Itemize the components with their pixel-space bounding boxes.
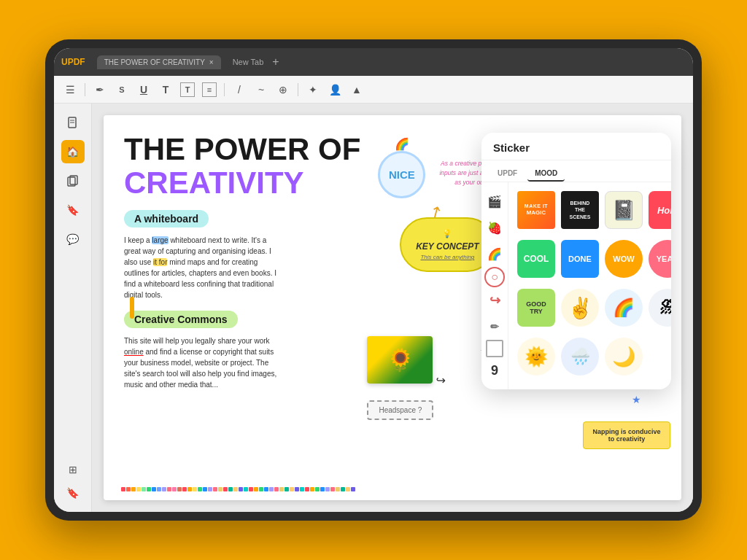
left-sticker-strawberry[interactable]: 🍓 xyxy=(481,214,508,241)
toolbar-curve-icon[interactable]: ~ xyxy=(254,82,268,97)
toolbar-pen-icon[interactable]: ✒ xyxy=(93,82,107,97)
dot-green5 xyxy=(315,487,320,491)
highlight-large: large xyxy=(152,236,168,244)
dot-orange2 xyxy=(187,487,192,491)
sun-sticker[interactable]: 🌞 xyxy=(517,338,555,376)
tablet-frame: UPDF THE POWER OF CREATIVITY × New Tab +… xyxy=(45,39,702,521)
dot-purple xyxy=(162,487,166,491)
dot-orange3 xyxy=(254,487,258,491)
dot-pink2 xyxy=(172,487,177,491)
tab-mood[interactable]: MOOD xyxy=(527,166,565,182)
notepad-sticker[interactable]: 📓 xyxy=(605,191,643,229)
toolbar-strikethrough-icon[interactable]: S xyxy=(115,82,129,97)
sticker-main-grid: MAKE IT MAGIC BEHIND THE SCENES xyxy=(508,182,671,389)
dot-green4 xyxy=(259,487,263,491)
toolbar-more-icon[interactable]: ▲ xyxy=(349,82,364,97)
doc-area[interactable]: THE POWER OF CREATIVITY A whiteboard I k… xyxy=(92,104,693,512)
toolbar-divider-1 xyxy=(85,83,85,96)
toolbar-textbox-icon[interactable]: ≡ xyxy=(202,82,217,97)
dot-peach xyxy=(233,487,238,491)
tab-close-icon[interactable]: × xyxy=(209,58,214,66)
toolbar-user-icon[interactable]: 👤 xyxy=(328,82,342,97)
tab-title: THE POWER OF CREATIVITY xyxy=(104,58,205,66)
dot-purple3 xyxy=(269,487,274,491)
rainbow-sticker[interactable]: 🌈 xyxy=(605,289,643,327)
sidebar-icon-home[interactable]: 🏠 xyxy=(61,140,85,163)
sidebar-icon-bookmark[interactable]: 🔖 xyxy=(61,198,85,222)
toolbar-text2-icon[interactable]: T xyxy=(180,82,195,97)
dot-violet2 xyxy=(295,487,299,491)
sidebar-icon-document[interactable] xyxy=(61,111,85,134)
active-tab[interactable]: THE POWER OF CREATIVITY × xyxy=(97,55,221,69)
toolbar-text-icon[interactable]: T xyxy=(158,82,173,97)
toolbar-line-icon[interactable]: / xyxy=(232,82,247,97)
dot-red3 xyxy=(223,487,228,491)
dot-cyan xyxy=(244,487,248,491)
dot-teal xyxy=(228,487,233,491)
sidebar-icon-layers[interactable]: ⊞ xyxy=(61,458,85,481)
magic-sticker[interactable]: MAKE IT MAGIC xyxy=(517,191,555,229)
section2-text: This site will help you legally share yo… xyxy=(124,335,285,390)
rain-sticker[interactable]: 🌧️ xyxy=(561,338,599,376)
dot-teal2 xyxy=(285,487,289,491)
nice-sticker-area: 🌈 NICE xyxy=(378,137,425,198)
dot-cyan2 xyxy=(300,487,304,491)
done-sticker[interactable]: DONE xyxy=(561,240,599,278)
dot-blue xyxy=(152,487,156,491)
dot-pink4 xyxy=(274,487,279,491)
curly-arrow: ↩ xyxy=(436,373,446,387)
nice-sticker: NICE xyxy=(378,151,425,198)
dot-red5 xyxy=(305,487,309,491)
dot-green3 xyxy=(198,487,202,491)
dot-green xyxy=(142,487,146,491)
toolbar-shape-icon[interactable]: ⊕ xyxy=(276,82,290,97)
sidebar-icon-pages[interactable] xyxy=(61,169,85,192)
sunflower-image: 🌻 xyxy=(367,336,433,384)
dot-orange4 xyxy=(310,487,314,491)
toolbar-sticker-icon[interactable]: ✦ xyxy=(306,82,320,97)
hand-sticker[interactable]: ✌️ xyxy=(561,289,599,327)
toolbar-menu-icon[interactable]: ☰ xyxy=(63,82,77,97)
left-sticker-bubble[interactable]: ○ xyxy=(484,267,505,287)
dot-yellow xyxy=(136,487,141,491)
dot-red xyxy=(121,487,125,491)
left-sticker-arrow[interactable]: ↪ xyxy=(481,287,508,314)
toolbar-divider-2 xyxy=(224,83,225,96)
yeah-sticker[interactable]: YEAH xyxy=(649,240,671,278)
dot-yellow2 xyxy=(193,487,197,491)
tab-updf[interactable]: UPDF xyxy=(490,166,525,182)
dot-pink3 xyxy=(213,487,217,491)
key-concept-cloud: 💡 KEY CONCEPT This can be anything xyxy=(400,217,495,272)
sticker-panel[interactable]: Sticker UPDF MOOD 🎬 🍓 🌈 ○ ↪ xyxy=(481,133,671,389)
behind-scenes-sticker[interactable]: BEHIND THE SCENES xyxy=(561,191,599,229)
cool-sticker[interactable]: COOL xyxy=(517,240,555,278)
thunder-sticker[interactable]: ⛈ xyxy=(649,289,671,327)
left-sticker-rainbow[interactable]: 🌈 xyxy=(481,241,508,267)
underline-online: online xyxy=(124,348,144,356)
dot-gold xyxy=(218,487,222,491)
hola-sticker[interactable]: Hola xyxy=(649,191,671,229)
sidebar-icon-comment[interactable]: 💬 xyxy=(61,228,85,251)
moon-sticker[interactable]: 🌙 xyxy=(605,338,643,376)
toolbar-divider-3 xyxy=(298,83,298,96)
section2-badge: Creative Commons xyxy=(124,311,238,328)
section1-text: I keep a large whiteboard next to write.… xyxy=(124,235,285,300)
dot-teal3 xyxy=(341,487,345,491)
left-sticker-pencil[interactable]: ✏ xyxy=(481,314,508,340)
toolbar-underline-icon[interactable]: U xyxy=(136,82,151,97)
dots-bar xyxy=(104,487,681,494)
goodtry-sticker[interactable]: GOODTRY xyxy=(517,289,555,327)
left-sticker-nine[interactable]: 9 xyxy=(481,357,508,384)
dot-red4 xyxy=(249,487,253,491)
left-sticker-film[interactable]: 🎬 xyxy=(481,188,508,214)
sidebar-icon-bookmark2[interactable]: 🔖 xyxy=(61,481,85,505)
updf-logo: UPDF xyxy=(61,57,85,67)
wow-sticker[interactable]: WOW xyxy=(605,240,643,278)
star-decoration: ★ xyxy=(632,394,641,405)
dot-pink5 xyxy=(330,487,335,491)
dot-pink xyxy=(167,487,171,491)
left-sticker-square[interactable] xyxy=(486,340,503,357)
new-tab-button[interactable]: + xyxy=(272,55,279,69)
section1-badge: A whiteboard xyxy=(124,210,209,228)
sticker-panel-title: Sticker xyxy=(481,133,671,160)
